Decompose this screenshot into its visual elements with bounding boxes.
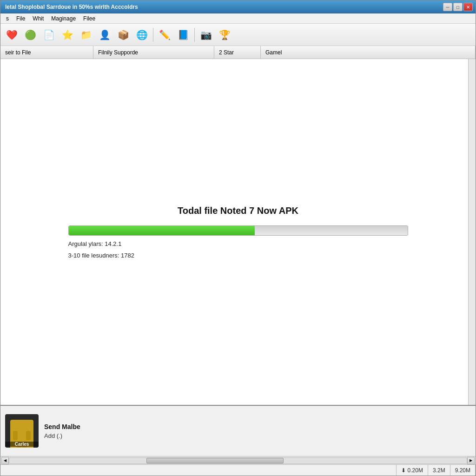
main-window: letal Shoplobal Sarrdoue in 50%s wirlth … — [0, 0, 476, 476]
svg-rect-3 — [26, 431, 31, 440]
document-icon[interactable]: 📄 — [40, 26, 57, 43]
horizontal-scrollbar[interactable]: ◀ ▶ — [0, 456, 476, 464]
avatar-label: Carles — [5, 442, 39, 447]
box-icon[interactable]: 📦 — [115, 26, 132, 43]
toolbar-separator — [153, 28, 153, 42]
folder-user-icon[interactable]: 📁 — [78, 26, 94, 43]
globe-icon[interactable]: 🌐 — [133, 26, 150, 43]
download-icon: ⬇ — [401, 467, 406, 474]
status-download: ⬇ 0.20M — [397, 465, 428, 476]
progress-bar-wrapper — [68, 225, 408, 236]
toolbar-separator-2 — [194, 28, 195, 42]
scroll-right-arrow[interactable]: ▶ — [467, 457, 475, 464]
svg-point-0 — [17, 420, 27, 430]
col-header-2[interactable]: Filnily Supporde — [93, 46, 214, 59]
pencil-icon[interactable]: ✏️ — [156, 26, 173, 43]
bottom-panel: Carles Send Malbe Add (.) — [0, 405, 476, 456]
menu-item-s[interactable]: s — [2, 14, 13, 23]
maximize-button[interactable]: □ — [453, 3, 463, 11]
scroll-left-arrow[interactable]: ◀ — [1, 457, 9, 464]
book-icon[interactable]: 📘 — [175, 26, 192, 43]
trophy-icon[interactable]: 🏆 — [216, 26, 233, 43]
svg-rect-2 — [13, 431, 18, 440]
toolbar: ❤️ 🟢 📄 ⭐ 📁 👤 📦 🌐 ✏️ 📘 📷 🏆 — [0, 24, 476, 46]
heart-icon[interactable]: ❤️ — [3, 26, 20, 43]
window-controls: ─ □ ✕ — [443, 3, 473, 11]
menu-item-whit[interactable]: Whit — [29, 14, 47, 23]
progress-label-1: Argulal ylars: 14.2.1 — [68, 240, 408, 247]
scroll-thumb[interactable] — [146, 458, 284, 463]
progress-bar-fill — [69, 226, 255, 235]
bottom-send-label: Send Malbe — [44, 423, 80, 430]
minimize-button[interactable]: ─ — [443, 3, 452, 11]
status-speed2: 9.20M — [450, 465, 476, 476]
person-icon[interactable]: 👤 — [96, 26, 113, 43]
download-speed: 0.20M — [408, 467, 423, 474]
menu-bar: s File Whit Maginage Filee — [0, 13, 476, 24]
status-bar: ⬇ 0.20M 3.2M 9.20M — [0, 464, 476, 476]
window-title: letal Shoplobal Sarrdoue in 50%s wirlth … — [5, 4, 138, 10]
status-speed1: 3.2M — [428, 465, 450, 476]
title-bar: letal Shoplobal Sarrdoue in 50%s wirlth … — [0, 0, 476, 13]
camera-icon[interactable]: 📷 — [198, 26, 214, 43]
content-inner: Todal file Noted 7 Now APK Argulal ylars… — [38, 205, 438, 259]
main-title: Todal file Noted 7 Now APK — [178, 205, 298, 216]
col-header-1[interactable]: seir to File — [0, 46, 93, 59]
scroll-track[interactable] — [9, 457, 467, 464]
star-icon[interactable]: ⭐ — [59, 26, 76, 43]
bottom-text: Send Malbe Add (.) — [44, 423, 80, 439]
progress-container: Argulal ylars: 14.2.1 3-10 file lesudner… — [68, 225, 408, 259]
green-circle-icon[interactable]: 🟢 — [22, 26, 39, 43]
menu-item-maginage[interactable]: Maginage — [47, 14, 79, 23]
menu-item-filee[interactable]: Filee — [79, 14, 99, 23]
avatar: Carles — [5, 414, 39, 448]
col-header-4[interactable]: Gamel — [261, 46, 476, 59]
vertical-scrollbar[interactable] — [468, 59, 476, 405]
close-button[interactable]: ✕ — [463, 3, 473, 11]
bottom-add-label: Add (.) — [44, 432, 80, 439]
progress-label-2: 3-10 file lesudners: 1782 — [68, 252, 408, 259]
main-content: Todal file Noted 7 Now APK Argulal ylars… — [0, 59, 476, 405]
column-headers: seir to File Filnily Supporde 2 Star Gam… — [0, 46, 476, 59]
menu-item-file[interactable]: File — [13, 14, 29, 23]
status-section-empty — [0, 465, 397, 476]
col-header-3[interactable]: 2 Star — [214, 46, 261, 59]
